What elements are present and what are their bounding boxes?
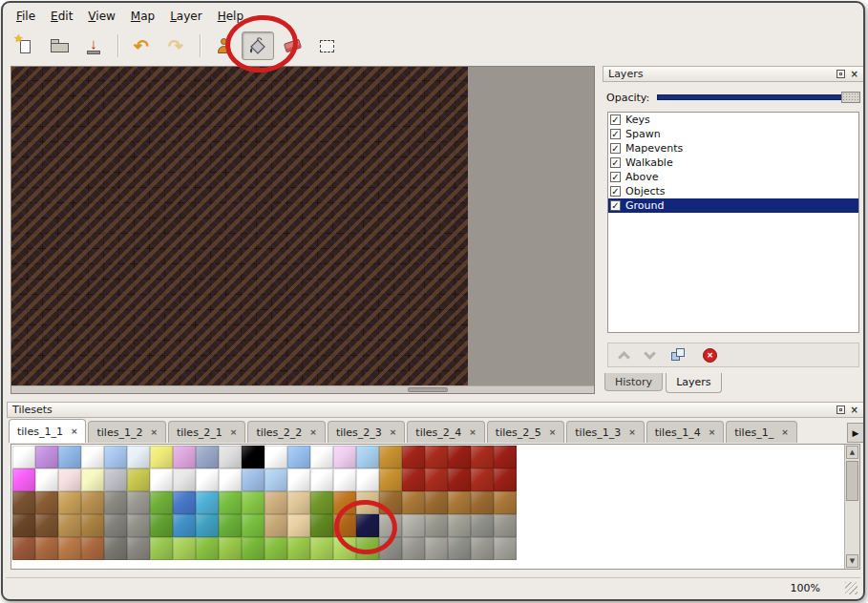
palette-tile[interactable] <box>494 514 517 537</box>
scroll-down-icon[interactable]: ▼ <box>846 554 858 568</box>
tab-history[interactable]: History <box>604 373 663 391</box>
move-layer-down-icon[interactable] <box>644 347 656 360</box>
redo-button[interactable]: ↷ <box>159 31 192 60</box>
palette-tile[interactable] <box>35 446 58 468</box>
palette-tile[interactable] <box>356 468 379 491</box>
palette-tile[interactable] <box>402 537 425 560</box>
eraser-tool-button[interactable] <box>276 31 308 60</box>
palette-tile[interactable] <box>425 446 448 468</box>
palette-tile[interactable] <box>494 446 517 468</box>
palette-tile[interactable] <box>12 446 35 468</box>
palette-tile[interactable] <box>287 446 310 468</box>
palette-tile[interactable] <box>81 514 104 537</box>
palette-tile[interactable] <box>425 491 448 514</box>
float-panel-icon[interactable] <box>836 405 845 414</box>
tileset-tab-tiles_1_3[interactable]: tiles_1_3× <box>566 421 644 443</box>
palette-tile[interactable] <box>379 446 402 468</box>
palette-tile[interactable] <box>242 514 265 537</box>
palette-tile[interactable] <box>150 537 173 560</box>
palette-tile[interactable] <box>471 514 494 537</box>
tileset-tab-tiles_2_3[interactable]: tiles_2_3× <box>328 421 405 443</box>
tileset-tab-tiles_1_4[interactable]: tiles_1_4× <box>646 421 724 443</box>
palette-tile[interactable] <box>35 491 58 514</box>
palette-tile[interactable] <box>333 537 356 560</box>
palette-tile[interactable] <box>150 446 173 468</box>
palette-tile[interactable] <box>310 491 333 514</box>
palette-tile[interactable] <box>287 514 310 537</box>
palette-tile[interactable] <box>12 491 35 514</box>
palette-tile[interactable] <box>127 446 150 468</box>
tileset-tab-tiles_2_2[interactable]: tiles_2_2× <box>247 421 325 443</box>
map-tiles-ground[interactable] <box>11 67 468 386</box>
palette-tile[interactable] <box>127 468 150 491</box>
palette-tile[interactable] <box>35 468 58 491</box>
tileset-tab-tiles_1_2[interactable]: tiles_1_2× <box>88 421 165 443</box>
palette-tile[interactable] <box>402 491 425 514</box>
tab-close-icon[interactable]: × <box>309 427 317 437</box>
undo-button[interactable]: ↶ <box>125 31 158 60</box>
palette-tile[interactable] <box>494 537 517 560</box>
palette-tile[interactable] <box>265 468 287 491</box>
palette-tile[interactable] <box>104 514 127 537</box>
menu-edit[interactable]: Edit <box>43 8 80 25</box>
tab-close-icon[interactable]: × <box>390 427 397 437</box>
palette-tile[interactable] <box>448 514 471 537</box>
palette-tile[interactable] <box>104 468 127 491</box>
palette-tile[interactable] <box>104 491 127 514</box>
palette-tile[interactable] <box>81 446 104 468</box>
palette-tile[interactable] <box>356 491 379 514</box>
palette-tile[interactable] <box>104 446 127 468</box>
tab-scroll-next-button[interactable]: ▶ <box>847 423 864 443</box>
menu-help[interactable]: Help <box>210 8 251 25</box>
save-button[interactable]: ↓ <box>77 31 110 60</box>
tab-close-icon[interactable]: × <box>549 427 557 437</box>
palette-tile[interactable] <box>196 491 219 514</box>
layer-visibility-checkbox[interactable]: ✓ <box>610 129 621 139</box>
palette-tile[interactable] <box>448 468 471 491</box>
palette-tile[interactable] <box>12 514 35 537</box>
layer-row-above[interactable]: ✓Above <box>608 170 858 184</box>
palette-tile[interactable] <box>81 491 104 514</box>
palette-tile[interactable] <box>448 446 471 468</box>
palette-tile[interactable] <box>219 537 242 560</box>
palette-tile-annotated[interactable] <box>356 514 379 537</box>
palette-tile[interactable] <box>379 514 402 537</box>
palette-tile[interactable] <box>310 446 333 468</box>
palette-tile[interactable] <box>35 537 58 560</box>
palette-tile[interactable] <box>127 491 150 514</box>
palette-tile[interactable] <box>310 514 333 537</box>
resize-grip[interactable] <box>845 582 857 594</box>
opacity-slider-handle[interactable] <box>841 92 860 103</box>
tab-close-icon[interactable]: × <box>709 427 716 437</box>
layer-visibility-checkbox[interactable]: ✓ <box>610 186 621 197</box>
palette-tile[interactable] <box>196 446 219 468</box>
duplicate-layer-icon[interactable] <box>671 348 686 363</box>
palette-tile[interactable] <box>425 468 448 491</box>
tab-close-icon[interactable]: × <box>781 427 789 437</box>
tab-close-icon[interactable]: × <box>469 427 476 437</box>
palette-tile[interactable] <box>448 491 471 514</box>
select-tool-button[interactable] <box>310 31 343 60</box>
tab-close-icon[interactable]: × <box>71 426 78 436</box>
palette-tile[interactable] <box>173 491 196 514</box>
palette-tile[interactable] <box>242 537 265 560</box>
layer-row-ground[interactable]: ✓Ground <box>608 198 858 213</box>
menu-view[interactable]: View <box>80 8 122 25</box>
palette-tile[interactable] <box>150 514 173 537</box>
palette-tile[interactable] <box>58 514 81 537</box>
palette-tile[interactable] <box>265 537 287 560</box>
palette-tile[interactable] <box>58 491 81 514</box>
map-canvas[interactable] <box>11 66 595 394</box>
tab-layers[interactable]: Layers <box>666 373 721 393</box>
palette-tile[interactable] <box>81 468 104 491</box>
opacity-slider[interactable] <box>657 90 860 105</box>
palette-tile[interactable] <box>196 537 219 560</box>
tileset-tab-tiles_2_5[interactable]: tiles_2_5× <box>487 421 564 443</box>
palette-tile[interactable] <box>58 468 81 491</box>
layer-row-objects[interactable]: ✓Objects <box>608 184 858 198</box>
layer-row-keys[interactable]: ✓Keys <box>608 113 858 127</box>
palette-tile[interactable] <box>58 537 81 560</box>
palette-tile[interactable] <box>310 468 333 491</box>
palette-tile[interactable] <box>35 514 58 537</box>
palette-tile[interactable] <box>494 491 517 514</box>
